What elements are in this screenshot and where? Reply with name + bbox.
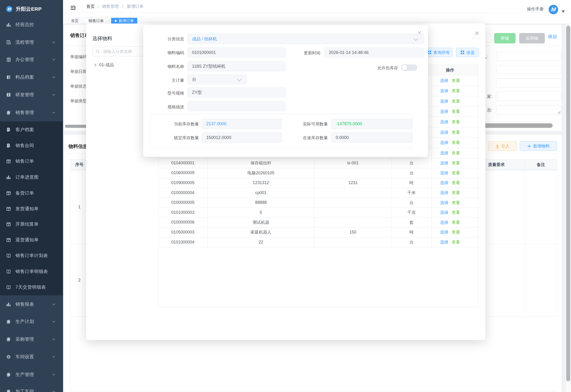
select-link[interactable]: 选择 bbox=[440, 180, 449, 185]
sidebar-item-12[interactable]: 开票结算单 bbox=[0, 216, 63, 232]
order-right-input-2[interactable] bbox=[496, 78, 561, 87]
sidebar-item-15[interactable]: 销售订单明细表 bbox=[0, 264, 63, 280]
select-link[interactable]: 选择 bbox=[440, 78, 449, 84]
sidebar-item-0[interactable]: 经营总控 bbox=[0, 17, 63, 33]
sidebar-item-17[interactable]: 销售报表 bbox=[0, 296, 63, 312]
tab-new-order[interactable]: 新增订单 bbox=[111, 18, 137, 24]
sidebar-item-7[interactable]: 销售合同 bbox=[0, 138, 63, 154]
select-link[interactable]: 选择 bbox=[440, 150, 449, 156]
select-link[interactable]: 选择 bbox=[440, 109, 449, 114]
select-link[interactable]: 选择 bbox=[440, 210, 449, 215]
tab-sales-order[interactable]: 销售订单 bbox=[83, 18, 109, 24]
desc-input[interactable] bbox=[187, 101, 286, 111]
order-right-input-0[interactable] bbox=[496, 52, 561, 61]
code-input[interactable]: 0101000001 bbox=[187, 47, 286, 57]
add-material-button[interactable]: 新增物料 bbox=[520, 141, 557, 151]
view-link[interactable]: 查看 bbox=[452, 180, 460, 185]
view-link[interactable]: 查看 bbox=[452, 140, 460, 145]
view-link[interactable]: 查看 bbox=[452, 200, 460, 206]
view-link[interactable]: 查看 bbox=[452, 170, 460, 176]
breadcrumb-sales[interactable]: 销售管理 bbox=[102, 0, 119, 13]
query-all-button[interactable]: 查询所有 bbox=[425, 48, 452, 57]
view-link[interactable]: 查看 bbox=[452, 210, 460, 215]
select-link[interactable]: 选择 bbox=[440, 98, 449, 104]
stock-current-input[interactable]: 2137.0000 bbox=[202, 119, 282, 129]
sidebar-item-16[interactable]: 7天交货明细表 bbox=[0, 280, 63, 295]
vertical-scrollbar-track[interactable] bbox=[565, 24, 571, 392]
select-link[interactable]: 选择 bbox=[440, 190, 449, 196]
allow-negative-switch[interactable] bbox=[401, 64, 417, 71]
sidebar-item-2[interactable]: 办公管理 bbox=[0, 52, 63, 68]
select-link[interactable]: 选择 bbox=[440, 239, 449, 245]
unaudit-button[interactable]: 反审核 bbox=[519, 33, 545, 43]
view-link[interactable]: 查看 bbox=[452, 98, 460, 104]
view-link[interactable]: 查看 bbox=[452, 78, 460, 84]
select-link[interactable]: 选择 bbox=[440, 200, 449, 206]
order-field-label: 单据状态: bbox=[70, 84, 88, 89]
tree-caret-icon[interactable] bbox=[95, 63, 97, 67]
select-link[interactable]: 选择 bbox=[440, 88, 449, 94]
sidebar-item-20[interactable]: 车间设置 bbox=[0, 349, 63, 365]
view-link[interactable]: 查看 bbox=[452, 190, 460, 196]
view-link[interactable]: 查看 bbox=[452, 239, 460, 245]
view-link[interactable]: 查看 bbox=[452, 160, 460, 166]
sidebar-item-9[interactable]: 订单进度图 bbox=[0, 169, 63, 185]
audit-button[interactable]: 审核 bbox=[494, 33, 516, 43]
model-input[interactable]: ZY型 bbox=[187, 87, 286, 98]
select-link[interactable]: 选择 bbox=[440, 119, 449, 125]
view-link[interactable]: 查看 bbox=[452, 88, 460, 94]
view-link[interactable]: 查看 bbox=[452, 229, 460, 235]
unit-select[interactable]: 台 bbox=[187, 74, 247, 84]
sidebar-item-11[interactable]: 发货通知单 bbox=[0, 201, 63, 217]
sidebar-item-14[interactable]: 销售订单计划表 bbox=[0, 248, 63, 264]
stock-transit-input[interactable]: 0.0000 bbox=[331, 132, 412, 143]
vertical-scrollbar-thumb[interactable] bbox=[566, 26, 570, 381]
multi-select-button[interactable]: 连选 bbox=[456, 48, 479, 57]
sidebar-item-6[interactable]: 客户档案 bbox=[0, 122, 63, 138]
sidebar-item-8[interactable]: 销售订单 bbox=[0, 154, 63, 169]
select-link[interactable]: 选择 bbox=[440, 140, 449, 145]
tab-label: 首页 bbox=[71, 18, 79, 24]
category-select[interactable]: 成品 / 纸杯机 bbox=[187, 34, 424, 44]
sidebar-item-22[interactable]: 加工车间 bbox=[0, 384, 63, 392]
select-link[interactable]: 选择 bbox=[440, 129, 449, 135]
caret-down-icon[interactable] bbox=[561, 11, 565, 13]
view-link[interactable]: 查看 bbox=[452, 129, 460, 135]
select-link[interactable]: 选择 bbox=[440, 170, 449, 176]
select-link[interactable]: 选择 bbox=[440, 229, 449, 235]
import-button[interactable]: 引入 bbox=[488, 141, 517, 151]
textarea-resize-grip[interactable] bbox=[557, 111, 560, 114]
tree-node-label[interactable]: 01-成品 bbox=[99, 62, 114, 68]
tab-home[interactable]: 首页 bbox=[69, 18, 81, 24]
order-remark-textarea[interactable] bbox=[496, 105, 561, 115]
sidebar-item-13[interactable]: 退货通知单 bbox=[0, 232, 63, 248]
chevron-down-icon bbox=[52, 320, 55, 323]
sidebar-item-1[interactable]: 流程管理 bbox=[0, 34, 63, 50]
modal-col-op: 操作 bbox=[431, 65, 469, 75]
sidebar-item-4[interactable]: 研发管理 bbox=[0, 87, 63, 103]
stock-avail-input[interactable]: -147875.0000 bbox=[331, 119, 412, 129]
stock-locked-input[interactable]: 150012.0000 bbox=[202, 132, 282, 143]
time-input[interactable]: 2026-01-14 14:48:46 bbox=[324, 47, 424, 57]
view-link[interactable]: 查看 bbox=[452, 220, 460, 225]
select-link[interactable]: 选择 bbox=[440, 220, 449, 225]
sidebar-item-3[interactable]: 料品档案 bbox=[0, 69, 63, 85]
modal-close-icon[interactable] bbox=[475, 31, 480, 36]
manual-link[interactable]: 操作手册 bbox=[527, 3, 544, 15]
order-right-input-3[interactable] bbox=[496, 92, 561, 101]
sidebar-item-10[interactable]: 备货订单 bbox=[0, 185, 63, 201]
order-right-input-1[interactable] bbox=[496, 65, 561, 74]
sidebar-item-18[interactable]: 生产计划 bbox=[0, 314, 63, 330]
breadcrumb-home[interactable]: 首页 bbox=[86, 0, 95, 13]
avatar[interactable]: M bbox=[549, 5, 558, 14]
sidebar-item-21[interactable]: 生产管理 bbox=[0, 367, 63, 382]
view-link[interactable]: 查看 bbox=[452, 119, 460, 125]
name-input[interactable]: 118S ZY型纸杯机 bbox=[187, 61, 286, 71]
collapse-link[interactable]: 收起 bbox=[548, 33, 557, 40]
select-link[interactable]: 选择 bbox=[440, 160, 449, 166]
view-link[interactable]: 查看 bbox=[452, 109, 460, 114]
hamburger-icon[interactable] bbox=[70, 5, 76, 11]
sidebar-item-5[interactable]: 销售管理 bbox=[0, 105, 63, 120]
view-link[interactable]: 查看 bbox=[452, 150, 460, 156]
sidebar-item-19[interactable]: 采购管理 bbox=[0, 331, 63, 347]
